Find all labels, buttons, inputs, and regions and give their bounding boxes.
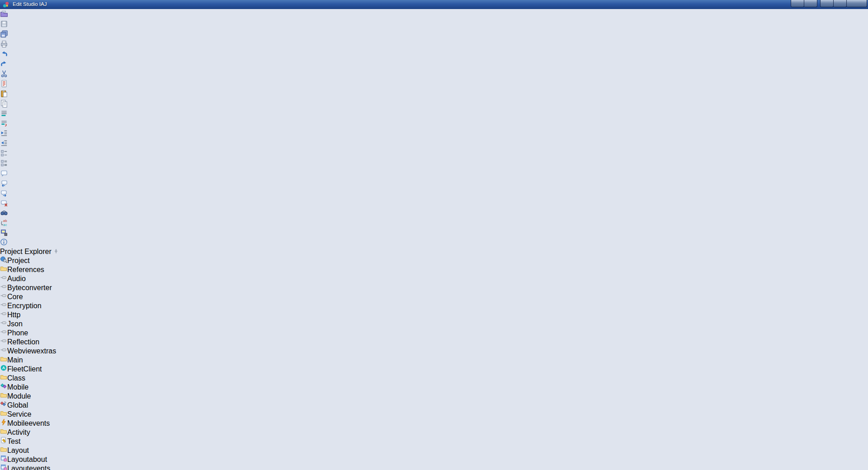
reference-icon: [0, 347, 7, 355]
new-comment-icon[interactable]: [0, 169, 868, 179]
titlebar: Edit Studio IAJ: [0, 0, 868, 9]
reference-icon: [0, 338, 7, 346]
next-comment-icon[interactable]: [0, 189, 868, 199]
comment-selection-icon[interactable]: [0, 109, 868, 119]
undo-icon[interactable]: [0, 50, 868, 60]
components-icon[interactable]: [0, 229, 868, 238]
help-info-icon[interactable]: [0, 238, 868, 248]
paste-icon[interactable]: [0, 89, 868, 99]
restore-button[interactable]: [834, 0, 847, 7]
folder-icon: [0, 428, 7, 436]
tree-item-phone[interactable]: Phone: [0, 328, 868, 337]
tree-item-layout[interactable]: Layout: [0, 446, 868, 455]
main-toolbar: abac: [0, 0, 868, 229]
tree-item-test[interactable]: Test: [0, 437, 868, 446]
delete-comment-icon[interactable]: [0, 199, 868, 209]
tree-item-mobileevents[interactable]: Mobileevents: [0, 418, 868, 428]
project-icon: [0, 257, 7, 264]
reference-icon: [0, 275, 7, 282]
folder-icon: [0, 392, 7, 400]
tree-item-layoutabout[interactable]: Layoutabout: [0, 455, 868, 464]
tree-item-label: Service: [7, 410, 31, 418]
tree-item-label: Audio: [7, 275, 26, 282]
tree-item-module[interactable]: Module: [0, 391, 868, 400]
cut-icon[interactable]: [0, 70, 868, 80]
tree-item-core[interactable]: Core: [0, 292, 868, 301]
tree-item-byteconverter[interactable]: Byteconverter: [0, 283, 868, 292]
save-all-icon[interactable]: [0, 30, 868, 40]
tree-item-label: Layoutevents: [7, 465, 50, 470]
tree-item-project[interactable]: Project: [0, 256, 868, 265]
tree-item-service[interactable]: Service: [0, 409, 868, 418]
tree-item-layoutevents[interactable]: Layoutevents: [0, 464, 868, 470]
folder-icon: [0, 356, 7, 364]
minimize-button[interactable]: [820, 0, 834, 7]
pin-icon[interactable]: [53, 248, 59, 255]
tree-item-label: Activity: [7, 428, 30, 436]
layout-icon: [0, 465, 7, 470]
layout-icon: [0, 456, 7, 463]
close-button[interactable]: [847, 0, 867, 7]
tree-item-audio[interactable]: Audio: [0, 274, 868, 283]
tree-item-label: Main: [7, 356, 23, 364]
service-icon: [0, 419, 7, 427]
project-explorer-title: Project Explorer: [0, 248, 52, 255]
tree-item-label: Layout: [7, 446, 29, 454]
svg-text:A: A: [2, 366, 5, 370]
reference-icon: [0, 311, 7, 319]
tree-item-label: Json: [7, 320, 23, 328]
previous-comment-icon[interactable]: [0, 179, 868, 189]
folder-icon: [0, 446, 7, 454]
tree-item-label: References: [7, 266, 44, 273]
reference-icon: [0, 284, 7, 291]
tree-item-label: Phone: [7, 329, 28, 337]
reference-icon: [0, 293, 7, 301]
reference-icon: [0, 320, 7, 328]
redo-icon[interactable]: [0, 60, 868, 70]
tree-item-fleetclient[interactable]: AFleetClient: [0, 364, 868, 373]
tree-item-label: Class: [7, 374, 25, 382]
select-all-icon[interactable]: [0, 80, 868, 89]
open-file-icon[interactable]: [0, 10, 868, 20]
module-global-icon: [0, 401, 7, 409]
tree-item-label: FleetClient: [7, 365, 42, 373]
project-explorer-panel: Project Explorer ProjectReferencesAudioB…: [0, 248, 868, 470]
decrease-indent-icon[interactable]: [0, 139, 868, 149]
replace-icon[interactable]: abac: [0, 219, 868, 229]
class-mobile-icon: [0, 383, 7, 391]
print-icon[interactable]: [0, 40, 868, 50]
tree-item-label: Byteconverter: [7, 284, 52, 291]
fleetclient-icon: A: [0, 365, 7, 373]
tree-item-global[interactable]: Global: [0, 400, 868, 409]
copy-icon[interactable]: [0, 99, 868, 109]
increase-indent-icon[interactable]: [0, 129, 868, 139]
tree-item-label: Encryption: [7, 302, 42, 310]
tree-item-class[interactable]: Class: [0, 373, 868, 382]
tree-item-mobile[interactable]: Mobile: [0, 382, 868, 391]
project-explorer-header: Project Explorer: [0, 248, 868, 256]
arrange-window-button[interactable]: [791, 0, 804, 7]
tree-item-main[interactable]: Main: [0, 355, 868, 364]
folder-icon: [0, 266, 7, 273]
project-tree: ProjectReferencesAudioByteconverterCoreE…: [0, 256, 868, 470]
folder-icon: [0, 410, 7, 418]
bookmark-columns-icon[interactable]: [0, 159, 868, 169]
tree-item-encryption[interactable]: Encryption: [0, 301, 868, 310]
window-title: Edit Studio IAJ: [13, 1, 47, 7]
tree-item-json[interactable]: Json: [0, 319, 868, 328]
tree-item-reflection[interactable]: Reflection: [0, 337, 868, 346]
reference-icon: [0, 329, 7, 337]
find-icon[interactable]: [0, 209, 868, 219]
detach-window-button[interactable]: [804, 0, 817, 7]
save-icon[interactable]: [0, 20, 868, 30]
tree-item-label: Core: [7, 293, 23, 301]
tree-item-references[interactable]: References: [0, 265, 868, 274]
bookmark-list-icon[interactable]: [0, 149, 868, 159]
uncomment-selection-icon[interactable]: [0, 119, 868, 129]
tree-item-label: Mobileevents: [7, 419, 50, 427]
reference-icon: [0, 302, 7, 310]
tree-item-activity[interactable]: Activity: [0, 428, 868, 437]
tree-item-webviewextras[interactable]: Webviewextras: [0, 346, 868, 355]
tree-item-http[interactable]: Http: [0, 310, 868, 319]
tree-item-label: Module: [7, 392, 31, 400]
